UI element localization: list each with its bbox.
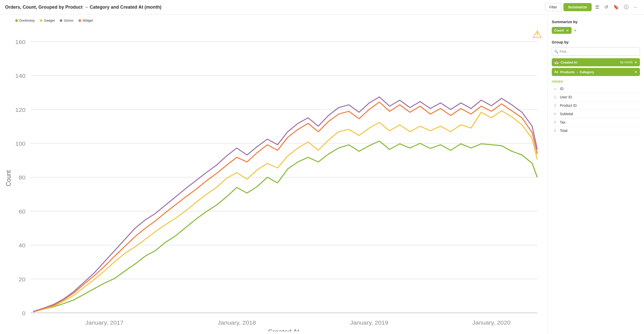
- columns-icon[interactable]: ☰: [594, 3, 601, 11]
- add-summarize-button[interactable]: +: [574, 28, 577, 33]
- refresh-icon[interactable]: ↺: [603, 3, 610, 11]
- legend-gizmo: Gizmo: [60, 19, 73, 22]
- widget-dot: [79, 19, 81, 22]
- y-label-0: 0: [22, 310, 25, 316]
- warning-icon: ⚠: [532, 29, 542, 40]
- x-label-2018: January, 2018: [218, 320, 256, 326]
- count-remove-button[interactable]: ✕: [565, 29, 569, 32]
- subtotal-label: Subtotal: [560, 112, 573, 116]
- y-label-80: 80: [19, 174, 25, 181]
- total-icon: #: [553, 129, 557, 133]
- page-title: Orders, Count, Grouped by Product → Cate…: [5, 5, 542, 10]
- chart-legend: Doohickey Gadget Gizmo Widget: [15, 19, 542, 22]
- y-label-160: 160: [15, 39, 25, 45]
- x-label-2019: January, 2019: [350, 320, 388, 326]
- products-category-tag[interactable]: Aa Products → Category ✕: [552, 68, 640, 76]
- created-at-tag[interactable]: 📅 Created At by month ✕: [552, 58, 640, 66]
- y-label-140: 140: [15, 73, 25, 79]
- summarize-button[interactable]: Summarize: [563, 3, 592, 11]
- order-item-total[interactable]: # Total: [552, 127, 640, 135]
- id-icon: ▭: [553, 87, 557, 91]
- tax-icon: #: [553, 120, 557, 124]
- product-id-label: Product ID: [560, 103, 577, 108]
- gadget-label: Gadget: [44, 19, 55, 22]
- order-section: ORDER ▭ ID ⟨⟩ User ID ⟨⟩ Product ID # Su…: [552, 80, 640, 135]
- gizmo-label: Gizmo: [64, 19, 73, 22]
- info-icon[interactable]: ⓘ: [622, 3, 630, 11]
- products-category-tag-left: Aa Products → Category: [554, 70, 594, 74]
- product-id-icon: ⟨⟩: [553, 103, 557, 108]
- find-wrapper: 🔍: [552, 47, 640, 56]
- products-category-label: Products → Category: [560, 70, 594, 74]
- count-tag[interactable]: Count ✕: [552, 27, 572, 34]
- created-at-suffix: by month: [620, 60, 633, 64]
- y-label-20: 20: [19, 276, 25, 283]
- header-actions: Filter Summarize ☰ ↺ 🔖 ⓘ ···: [545, 3, 639, 11]
- x-label-2017: January, 2017: [85, 320, 124, 326]
- legend-widget: Widget: [79, 19, 93, 22]
- doohickey-label: Doohickey: [19, 19, 35, 22]
- header: Orders, Count, Grouped by Product → Cate…: [0, 0, 644, 14]
- user-id-label: User ID: [560, 95, 572, 99]
- sidebar: Summarize by Count ✕ + Group by 🔍 �: [547, 14, 644, 334]
- order-item-tax[interactable]: # Tax: [552, 118, 640, 127]
- group-by-section: Group by 🔍 📅 Created At by month ✕: [552, 40, 640, 76]
- legend-gadget: Gadget: [40, 19, 55, 22]
- total-label: Total: [560, 129, 568, 133]
- doohickey-dot: [15, 19, 18, 22]
- line-gizmo: [33, 97, 537, 311]
- order-item-product-id[interactable]: ⟨⟩ Product ID: [552, 101, 640, 110]
- id-label: ID: [560, 87, 563, 91]
- chart-svg: ⚠ 0 20 40 60 80 100 120 140 160 Count: [3, 25, 542, 331]
- group-by-title: Group by: [552, 40, 640, 44]
- products-category-tag-right: ✕: [634, 70, 637, 74]
- x-label-2020: January, 2020: [472, 320, 511, 326]
- order-item-user-id[interactable]: ⟨⟩ User ID: [552, 93, 640, 101]
- chart-svg-wrapper: ⚠ 0 20 40 60 80 100 120 140 160 Count: [3, 25, 542, 331]
- bookmark-icon[interactable]: 🔖: [612, 3, 620, 11]
- created-at-label: Created At: [561, 60, 577, 64]
- tax-label: Tax: [560, 120, 565, 124]
- subtotal-icon: #: [553, 112, 557, 116]
- widget-label: Widget: [83, 19, 93, 22]
- gadget-dot: [40, 19, 42, 22]
- find-search-icon: 🔍: [554, 50, 558, 53]
- created-at-tag-right: by month ✕: [620, 60, 637, 64]
- summarize-by-title: Summarize by: [552, 20, 640, 24]
- count-label: Count: [554, 28, 564, 32]
- created-at-remove-button[interactable]: ✕: [634, 60, 637, 64]
- created-at-tag-left: 📅 Created At: [554, 60, 577, 64]
- chart-container: ⚠ 0 20 40 60 80 100 120 140 160 Count: [3, 25, 542, 331]
- summarize-tags: Count ✕ +: [552, 27, 640, 34]
- legend-doohickey: Doohickey: [15, 19, 35, 22]
- order-item-subtotal[interactable]: # Subtotal: [552, 110, 640, 118]
- y-axis-title: Count: [5, 170, 12, 186]
- chart-area: Doohickey Gadget Gizmo Widget: [0, 14, 547, 334]
- y-label-100: 100: [15, 141, 25, 147]
- order-title: ORDER: [552, 80, 640, 83]
- calendar-icon: 📅: [554, 60, 559, 64]
- main-content: Doohickey Gadget Gizmo Widget: [0, 14, 644, 334]
- user-id-icon: ⟨⟩: [553, 95, 557, 99]
- line-widget: [33, 102, 537, 312]
- y-label-120: 120: [15, 107, 25, 113]
- products-category-remove-button[interactable]: ✕: [634, 70, 637, 74]
- aa-icon: Aa: [554, 70, 558, 74]
- x-axis-title: Created At: [268, 328, 299, 331]
- y-label-60: 60: [19, 208, 25, 215]
- more-icon[interactable]: ···: [632, 4, 639, 11]
- filter-button[interactable]: Filter: [545, 3, 561, 11]
- gizmo-dot: [60, 19, 62, 22]
- line-doohickey: [33, 141, 537, 312]
- y-label-40: 40: [19, 242, 25, 249]
- find-input[interactable]: [552, 47, 640, 56]
- order-item-id[interactable]: ▭ ID: [552, 85, 640, 93]
